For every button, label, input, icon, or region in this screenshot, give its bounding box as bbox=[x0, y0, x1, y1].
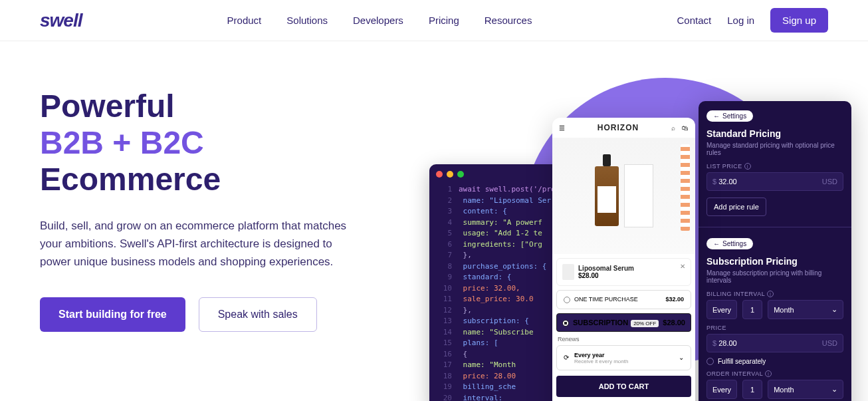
option-label: SUBSCRIPTION bbox=[573, 319, 628, 327]
hero-body: Build, sell, and grow on an ecommerce pl… bbox=[40, 217, 359, 271]
code-line: }, bbox=[459, 306, 472, 315]
info-icon[interactable]: i bbox=[765, 370, 772, 377]
nav-product[interactable]: Product bbox=[227, 15, 262, 26]
subscription-pricing-title: Subscription Pricing bbox=[706, 256, 843, 267]
discount-badge: 20% OFF bbox=[631, 320, 659, 327]
product-price: $28.00 bbox=[578, 272, 634, 279]
code-line: subscription: { bbox=[459, 317, 529, 325]
hero: Powerful B2B + B2C Ecommerce Build, sell… bbox=[0, 41, 868, 332]
traffic-light-close bbox=[436, 171, 443, 178]
speak-sales-button[interactable]: Speak with sales bbox=[199, 297, 317, 332]
code-line: name: "Subscribe bbox=[459, 328, 534, 336]
every-label: Every bbox=[706, 300, 737, 319]
code-line: purchase_options: { bbox=[459, 262, 546, 271]
option-subscription[interactable]: SUBSCRIPTION20% OFF $28.00 bbox=[556, 313, 691, 332]
code-line: standard: { bbox=[459, 273, 511, 281]
settings-pill-2[interactable]: Settings bbox=[706, 238, 753, 249]
settings-pill[interactable]: Settings bbox=[706, 110, 753, 122]
hero-headline: Powerful B2B + B2C Ecommerce bbox=[40, 88, 359, 198]
nav-login[interactable]: Log in bbox=[727, 15, 754, 26]
store-logo: HORIZON bbox=[597, 123, 639, 132]
subscription-pricing-sub: Manage subscription pricing with billing… bbox=[706, 269, 843, 284]
currency-code: USD bbox=[822, 339, 837, 347]
checkbox-label: Fulfill separately bbox=[718, 358, 766, 365]
site-header: swell Product Solutions Developers Prici… bbox=[0, 0, 868, 41]
nav-developers[interactable]: Developers bbox=[353, 15, 403, 26]
list-price-input[interactable]: $ 32.00 USD bbox=[706, 172, 843, 191]
chevron-down-icon: ⌄ bbox=[831, 385, 837, 394]
code-line: price: 32.00, bbox=[459, 284, 520, 293]
product-name: Liposomal Serum bbox=[578, 265, 634, 272]
bottle-graphic bbox=[595, 166, 619, 226]
code-line: name: "Liposomal Ser bbox=[459, 196, 551, 205]
logo[interactable]: swell bbox=[40, 10, 82, 31]
nav-right: Contact Log in Sign up bbox=[677, 8, 828, 33]
list-price-label: LIST PRICEi bbox=[706, 163, 843, 170]
price-value: 28.00 bbox=[718, 339, 737, 347]
close-icon[interactable]: ✕ bbox=[680, 263, 685, 270]
info-icon[interactable]: i bbox=[744, 163, 751, 170]
nav-pricing[interactable]: Pricing bbox=[429, 15, 459, 26]
standard-pricing-sub: Manage standard pricing with optional pr… bbox=[706, 142, 843, 156]
box-graphic bbox=[624, 164, 653, 227]
nav-resources[interactable]: Resources bbox=[485, 15, 532, 26]
option-one-time[interactable]: ONE TIME PURCHASE $32.00 bbox=[556, 290, 691, 309]
chevron-down-icon: ⌄ bbox=[831, 305, 837, 314]
price-label: PRICE bbox=[706, 325, 843, 331]
fulfill-separately-checkbox[interactable]: Fulfill separately bbox=[706, 358, 843, 365]
thumb-icon bbox=[562, 264, 574, 280]
code-line: price: 28.00 bbox=[459, 372, 516, 380]
order-interval-label: ORDER INTERVALi bbox=[706, 370, 843, 377]
option-price: $32.00 bbox=[665, 296, 684, 303]
currency-symbol: $ bbox=[712, 178, 716, 186]
renew-select[interactable]: ⟳ Every year Receive it every month ⌄ bbox=[556, 345, 691, 370]
price-value: 32.00 bbox=[718, 178, 737, 186]
nav-center: Product Solutions Developers Pricing Res… bbox=[227, 15, 532, 26]
info-icon[interactable]: i bbox=[767, 291, 774, 297]
currency-code: USD bbox=[822, 178, 837, 186]
signup-button[interactable]: Sign up bbox=[770, 8, 828, 33]
radio-icon bbox=[564, 297, 570, 303]
sub-price-input[interactable]: $ 28.00 USD bbox=[706, 334, 843, 352]
refresh-icon: ⟳ bbox=[564, 354, 569, 361]
cta-row: Start building for free Speak with sales bbox=[40, 297, 359, 332]
select-value: Month bbox=[774, 386, 794, 394]
phone-header: ☰ HORIZON ⌕ 🛍 bbox=[552, 118, 695, 138]
nav-contact[interactable]: Contact bbox=[677, 15, 712, 26]
every-label-2: Every bbox=[706, 380, 737, 399]
code-line: }, bbox=[459, 251, 472, 259]
bag-icon[interactable]: 🛍 bbox=[682, 124, 689, 132]
nav-solutions[interactable]: Solutions bbox=[286, 15, 328, 26]
add-price-rule-button[interactable]: Add price rule bbox=[706, 198, 766, 216]
start-building-button[interactable]: Start building for free bbox=[40, 297, 185, 332]
product-image bbox=[552, 138, 695, 254]
interval-count-input[interactable]: 1 bbox=[742, 300, 762, 319]
order-unit-select[interactable]: Month⌄ bbox=[768, 380, 843, 399]
checkbox-icon bbox=[706, 358, 714, 365]
code-line: ingredients: ["Org bbox=[459, 240, 542, 249]
select-value: Month bbox=[774, 306, 794, 314]
currency-symbol: $ bbox=[712, 339, 716, 347]
code-line: sale_price: 30.0 bbox=[459, 295, 534, 303]
add-to-cart-button[interactable]: ADD TO CART bbox=[556, 376, 691, 397]
code-line: usage: "Add 1-2 te bbox=[459, 229, 542, 237]
option-label: ONE TIME PURCHASE bbox=[574, 296, 638, 303]
hero-line3: Ecommerce bbox=[40, 162, 221, 197]
order-count-input[interactable]: 1 bbox=[742, 380, 762, 399]
standard-pricing-title: Standard Pricing bbox=[706, 128, 843, 139]
hero-left: Powerful B2B + B2C Ecommerce Build, sell… bbox=[40, 88, 359, 332]
radio-icon bbox=[562, 320, 569, 327]
code-line: plans: [ bbox=[459, 338, 498, 347]
menu-icon[interactable]: ☰ bbox=[559, 124, 565, 132]
billing-interval-label: BILLING INTERVALi bbox=[706, 291, 843, 297]
renew-title: Every year bbox=[574, 352, 605, 358]
code-line: summary: "A powerf bbox=[459, 218, 542, 227]
code-line: billing_sche bbox=[459, 382, 516, 391]
search-icon[interactable]: ⌕ bbox=[671, 124, 675, 132]
renews-label: Renews bbox=[558, 336, 690, 342]
hero-line2: B2B + B2C bbox=[40, 125, 204, 160]
interval-unit-select[interactable]: Month⌄ bbox=[768, 300, 843, 319]
admin-panel: Settings Standard Pricing Manage standar… bbox=[699, 101, 851, 401]
traffic-light-min bbox=[447, 171, 453, 178]
renew-subtitle: Receive it every month bbox=[574, 358, 628, 364]
